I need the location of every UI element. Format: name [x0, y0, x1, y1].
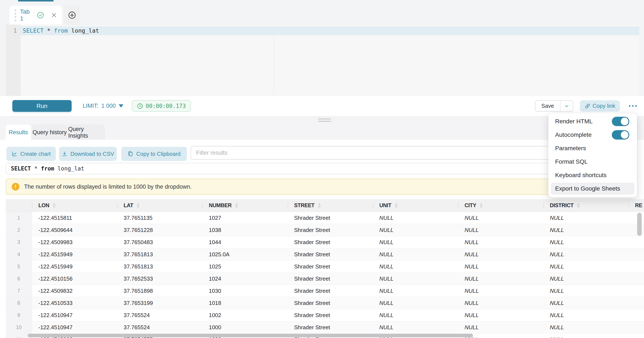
column-label: NUMBER	[209, 202, 232, 209]
pane-resize-handle[interactable]	[318, 118, 331, 123]
menu-item-keyboard-shortcuts[interactable]: Keyboard shortcuts	[548, 168, 637, 182]
table-cell: NULL	[373, 273, 458, 285]
table-cell: 37.7651813	[117, 261, 202, 272]
filter-results-input[interactable]	[190, 146, 597, 160]
table-cell	[629, 273, 644, 285]
options-dropdown-menu: Render HTMLAutocompleteParametersFormat …	[548, 113, 637, 197]
table-cell: -122.4510156	[32, 273, 117, 285]
sort-icon[interactable]	[318, 203, 321, 208]
column-header-re[interactable]: RE	[629, 199, 644, 212]
tab-title: Tab 1	[20, 8, 33, 22]
vertical-scrollbar-thumb[interactable]	[637, 213, 642, 236]
limit-dropdown[interactable]: LIMIT: 1 000	[83, 100, 124, 112]
table-row[interactable]: 1-122.451581137.76511351027Shrader Stree…	[6, 212, 644, 224]
column-header-number[interactable]: NUMBER	[202, 199, 288, 212]
table-cell: NULL	[458, 285, 544, 297]
sql-editor[interactable]: 1 SELECT * from long_lat	[6, 25, 639, 96]
column-label: DISTRICT	[550, 202, 574, 209]
results-panel: Create chart Download to CSV Copy to Cli…	[0, 140, 644, 338]
download-icon	[62, 151, 68, 157]
toggle-switch-on[interactable]	[612, 130, 629, 139]
table-cell: Shrader Street	[288, 212, 373, 224]
query-toolbar: Run LIMIT: 1 000 00:00:00.173 Save Copy …	[0, 96, 644, 116]
copy-to-clipboard-button[interactable]: Copy to Clipboard	[121, 147, 187, 161]
table-cell: 1002	[202, 309, 288, 321]
column-header-lat[interactable]: LAT	[117, 199, 202, 212]
results-table: LONLATNUMBERSTREETUNITCITYDISTRICTRE 1-1…	[6, 199, 644, 338]
menu-item-autocomplete[interactable]: Autocomplete	[548, 128, 637, 141]
menu-item-label: Autocomplete	[555, 131, 592, 138]
column-label: CITY	[464, 202, 476, 209]
table-cell: NULL	[544, 273, 629, 285]
table-row[interactable]: 2-122.450964437.76512281038Shrader Stree…	[6, 224, 644, 236]
sort-icon[interactable]	[53, 203, 56, 208]
tab-results[interactable]: Results	[6, 125, 31, 140]
menu-item-parameters[interactable]: Parameters	[548, 141, 637, 155]
sort-icon[interactable]	[235, 203, 238, 208]
table-cell	[629, 333, 644, 338]
sort-icon[interactable]	[480, 203, 483, 208]
table-row[interactable]: 10-122.451094737.7655241000Shrader Stree…	[6, 321, 644, 333]
table-cell	[629, 224, 644, 236]
table-body: 1-122.451581137.76511351027Shrader Stree…	[6, 212, 644, 338]
download-csv-button[interactable]: Download to CSV	[59, 147, 117, 161]
menu-item-format-sql[interactable]: Format SQL	[548, 155, 637, 168]
table-cell: Shrader Street	[288, 236, 373, 248]
close-tab-icon[interactable]	[51, 12, 57, 18]
active-line-highlight	[21, 26, 639, 35]
column-header-district[interactable]: DISTRICT	[544, 199, 629, 212]
column-header-street[interactable]: STREET	[288, 199, 373, 212]
table-cell: NULL	[544, 248, 629, 260]
table-row[interactable]: 9-122.451094737.7655241002Shrader Street…	[6, 309, 644, 321]
table-cell	[629, 321, 644, 333]
limit-value: 1 000	[102, 103, 116, 109]
table-cell: -122.4510947	[32, 309, 117, 321]
table-row[interactable]: 7-122.450983237.76518981030Shrader Stree…	[6, 285, 644, 297]
new-tab-button[interactable]	[64, 6, 80, 25]
table-cell: 37.7651898	[117, 285, 202, 297]
table-cell: -122.4509832	[32, 285, 117, 297]
table-row[interactable]: 8-122.451053337.76531991018Shrader Stree…	[6, 297, 644, 309]
sql-keyword: SELECT	[11, 165, 31, 172]
column-header-lon[interactable]: LON	[32, 199, 117, 212]
table-cell: 37.7651135	[117, 212, 202, 224]
menu-item-label: Export to Google Sheets	[555, 185, 620, 192]
sort-icon[interactable]	[395, 203, 398, 208]
run-button[interactable]: Run	[12, 100, 72, 112]
table-row[interactable]: 6-122.451015637.76525331024Shrader Stree…	[6, 273, 644, 285]
execution-timer-badge: 00:00:00.173	[132, 100, 191, 112]
table-cell	[629, 236, 644, 248]
more-options-button[interactable]	[626, 100, 639, 112]
save-button[interactable]: Save	[535, 101, 560, 111]
table-cell: 37.7650483	[117, 236, 202, 248]
column-header-unit[interactable]: UNIT	[373, 199, 458, 212]
drag-handle-icon[interactable]	[15, 10, 16, 21]
table-row[interactable]: 4-122.451594937.76518131025.0AShrader St…	[6, 248, 644, 261]
toggle-switch-on[interactable]	[612, 117, 629, 126]
horizontal-scrollbar-thumb[interactable]	[28, 334, 473, 337]
editor-code-line[interactable]: SELECT * from long_lat	[23, 26, 99, 35]
table-row[interactable]: 3-122.450998337.76504831044Shrader Stree…	[6, 236, 644, 248]
column-header-city[interactable]: CITY	[458, 199, 544, 212]
save-split-button[interactable]: Save	[535, 100, 573, 112]
executed-query-display: SELECT * from long_lat	[6, 163, 597, 174]
table-row[interactable]: 5-122.451594937.76518131025Shrader Stree…	[6, 261, 644, 273]
sort-icon[interactable]	[577, 203, 580, 208]
create-chart-button[interactable]: Create chart	[6, 147, 56, 161]
menu-item-render-html[interactable]: Render HTML	[548, 115, 637, 128]
tab-query-history[interactable]: Query history	[32, 125, 67, 140]
copy-link-button[interactable]: Copy link	[580, 100, 620, 112]
table-cell: 1030	[202, 285, 288, 297]
table-cell: NULL	[458, 261, 544, 272]
table-cell: NULL	[373, 261, 458, 272]
query-tab[interactable]: Tab 1	[10, 6, 62, 25]
menu-item-export-to-google-sheets[interactable]: Export to Google Sheets	[551, 183, 634, 195]
save-options-button[interactable]	[560, 101, 573, 111]
table-cell: 1024	[202, 273, 288, 285]
table-cell: 1038	[202, 224, 288, 236]
sort-icon[interactable]	[136, 203, 140, 208]
table-cell: Shrader Street	[288, 273, 373, 285]
menu-item-label: Keyboard shortcuts	[555, 172, 606, 179]
row-number: 10	[6, 321, 32, 333]
tab-query-insights[interactable]: Query Insights	[68, 125, 105, 140]
